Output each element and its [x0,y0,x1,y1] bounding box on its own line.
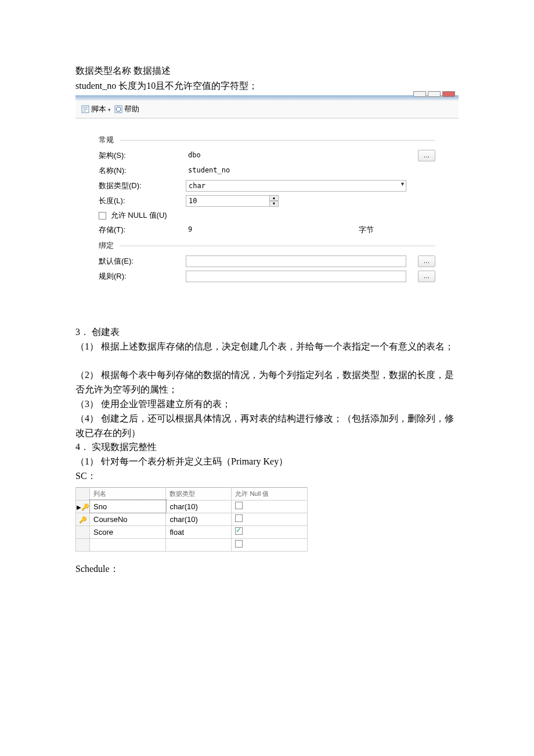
body-p8: SC： [75,469,459,484]
null-checkbox[interactable] [235,527,243,535]
toolbar-help-button[interactable]: 帮助 [114,104,139,114]
row-header [76,538,90,551]
dialog-toolbar: 脚本 帮助 [75,100,459,118]
maximize-button[interactable] [428,91,441,97]
key-icon: 🔑 [81,503,89,510]
name-value: student_no [186,165,406,177]
storage-value: 9 [186,224,354,236]
col-name-cell[interactable] [90,538,166,551]
col-name-cell[interactable]: Score [90,525,166,538]
default-input[interactable] [186,255,406,267]
dropdown-arrow-icon [108,105,111,114]
null-checkbox[interactable] [235,502,243,509]
length-stepper[interactable]: ▲▼ [186,195,279,207]
allow-null-label: 允许 NULL 值(U) [111,211,167,219]
toolbar-help-label: 帮助 [124,104,139,114]
rule-browse-button[interactable]: … [418,271,435,282]
row-header: 🔑 [76,513,90,525]
name-label: 名称(N): [99,165,186,176]
default-label: 默认值(E): [99,256,186,267]
body-p1: 3． 创建表 [75,325,459,340]
schedule-label-line: Schedule： [75,562,459,577]
col-name-cell[interactable]: Sno [90,500,166,513]
script-icon [81,105,89,113]
key-icon: 🔑 [79,516,87,523]
schema-value: dbo [186,150,406,161]
col-type-cell[interactable]: float [166,525,232,538]
spinner-icon[interactable]: ▲▼ [269,195,279,207]
col-type-cell[interactable]: char(10) [166,500,232,513]
body-text: 3． 创建表 （1） 根据上述数据库存储的信息，决定创建几个表，并给每一个表指定… [75,325,459,484]
body-p7: （1） 针对每一个表分析并定义主码（Primary Key） [75,455,459,469]
null-checkbox[interactable] [235,514,243,522]
length-label: 长度(L): [99,196,186,206]
length-input[interactable] [186,195,279,207]
general-section-header: 常规 [99,135,435,145]
row-header: ▶🔑 [76,500,90,513]
col-name-cell[interactable]: CourseNo [90,513,166,525]
schema-label: 架构(S): [99,150,186,161]
table-row[interactable] [76,538,308,551]
default-browse-button[interactable]: … [418,255,435,267]
rule-label: 规则(R): [99,271,186,282]
intro-line-2: student_no 长度为10且不允许空值的字符型； [75,79,459,93]
body-p6: 4． 实现数据完整性 [75,440,459,455]
toolbar-script-label: 脚本 [91,104,106,114]
table-row[interactable]: ▶🔑Snochar(10) [76,500,308,513]
dialog: 脚本 帮助 常规 架构(S): dbo … 名称(N): student_no [75,95,459,315]
null-checkbox[interactable] [235,540,243,548]
datatype-label: 数据类型(D): [99,181,186,191]
body-p3: （2） 根据每个表中每列存储的数据的情况，为每个列指定列名，数据类型，数据的长度… [75,368,459,397]
col-type-header: 数据类型 [166,487,232,500]
body-p2: （1） 根据上述数据库存储的信息，决定创建几个表，并给每一个表指定一个有意义的表… [75,340,459,354]
close-button[interactable] [442,91,455,97]
col-null-cell[interactable] [232,525,308,538]
row-header [76,525,90,538]
col-null-cell[interactable] [232,538,308,551]
sc-table: 列名 数据类型 允许 Null 值 ▶🔑Snochar(10)🔑CourseNo… [75,487,308,552]
table-row[interactable]: 🔑CourseNochar(10) [76,513,308,525]
table-row[interactable]: Scorefloat [76,525,308,538]
datatype-input[interactable] [186,180,406,192]
col-null-header: 允许 Null 值 [232,487,308,500]
body-p9: Schedule： [75,562,459,577]
col-name-header: 列名 [90,487,166,500]
body-p4: （3） 使用企业管理器建立所有的表； [75,397,459,412]
schema-browse-button[interactable]: … [418,150,435,161]
col-null-cell[interactable] [232,513,308,525]
minimize-button[interactable] [413,91,426,97]
allow-null-checkbox[interactable] [99,212,106,219]
col-type-cell[interactable]: char(10) [166,513,232,525]
storage-unit: 字节 [359,225,374,235]
col-null-cell[interactable] [232,500,308,513]
binding-section-header: 绑定 [99,240,435,251]
help-icon [114,105,122,113]
body-p5: （4） 创建之后，还可以根据具体情况，再对表的结构进行修改；（包括添加列，删除列… [75,412,459,441]
dialog-body: 常规 架构(S): dbo … 名称(N): student_no 数据类型(D… [75,118,459,315]
storage-label: 存储(T): [99,225,186,235]
intro-line-1: 数据类型名称 数据描述 [75,64,459,78]
datatype-combo[interactable]: ▼ [186,180,406,192]
col-type-cell[interactable] [166,538,232,551]
dialog-titlebar [75,96,459,100]
toolbar-script-button[interactable]: 脚本 [81,104,111,114]
rule-input[interactable] [186,271,406,282]
chevron-down-icon: ▼ [400,181,405,187]
row-pointer-icon: ▶ [77,504,81,510]
